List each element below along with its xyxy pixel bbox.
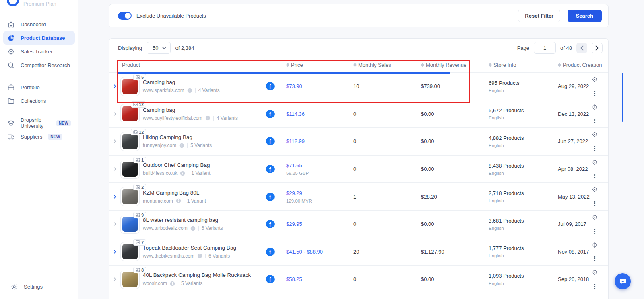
product-name[interactable]: Topeak Backloader Seat Camping Bag bbox=[143, 245, 255, 251]
facebook-icon[interactable] bbox=[266, 137, 275, 145]
track-product-icon[interactable] bbox=[592, 159, 598, 165]
expand-chevron-icon[interactable] bbox=[113, 112, 117, 116]
info-icon[interactable] bbox=[179, 143, 184, 148]
product-image[interactable]: 9 bbox=[120, 215, 140, 234]
product-name[interactable]: KZM Camping Bag 80L bbox=[143, 190, 255, 196]
track-product-icon[interactable] bbox=[592, 269, 598, 275]
kebab-menu-icon[interactable] bbox=[592, 90, 598, 96]
product-image[interactable]: 12 bbox=[120, 104, 140, 123]
sidebar-item-settings[interactable]: Settings bbox=[6, 280, 78, 293]
product-image[interactable]: 7 bbox=[120, 242, 140, 261]
page-number-input[interactable]: 1 bbox=[534, 42, 556, 54]
track-product-icon[interactable] bbox=[592, 186, 598, 193]
product-domain[interactable]: www.buylifestyleofficial.com bbox=[143, 115, 202, 121]
product-domain[interactable]: woosir.com bbox=[143, 281, 167, 286]
product-domain[interactable]: www.turbodealz.com bbox=[143, 225, 188, 231]
expand-chevron-icon[interactable] bbox=[113, 167, 117, 171]
info-icon[interactable] bbox=[190, 226, 196, 231]
prev-page-button[interactable] bbox=[576, 43, 587, 53]
expand-chevron-icon[interactable] bbox=[113, 139, 117, 143]
info-icon[interactable] bbox=[180, 171, 185, 176]
product-name[interactable]: Camping bag bbox=[143, 79, 255, 85]
sidebar-item-suppliers[interactable]: SuppliersNEW bbox=[3, 130, 75, 143]
product-image[interactable]: 5 bbox=[120, 77, 140, 96]
chat-launcher-button[interactable] bbox=[615, 273, 631, 289]
info-icon[interactable] bbox=[187, 88, 192, 93]
search-button[interactable]: Search bbox=[568, 10, 602, 22]
sidebar-item-product-database[interactable]: Product Database bbox=[3, 31, 75, 45]
product-image[interactable]: 8 bbox=[120, 270, 140, 289]
sidebar-item-dropship-university[interactable]: Dropship UniversityNEW bbox=[3, 116, 75, 130]
product-name[interactable]: Outdoor Chef Camping Bag bbox=[143, 162, 255, 168]
product-domain[interactable]: montanic.com bbox=[143, 198, 173, 204]
facebook-icon[interactable] bbox=[266, 275, 275, 283]
product-name[interactable]: Hiking Camping Bag bbox=[143, 134, 255, 140]
expand-chevron-icon[interactable] bbox=[113, 250, 117, 254]
expand-chevron-icon[interactable] bbox=[113, 277, 117, 281]
price-value[interactable]: $58.25 bbox=[286, 276, 349, 282]
facebook-icon[interactable] bbox=[266, 220, 275, 228]
column-header-store-info[interactable]: Store Info bbox=[485, 62, 554, 68]
next-page-button[interactable] bbox=[592, 43, 603, 53]
price-value[interactable]: $29.95 bbox=[286, 221, 349, 227]
facebook-icon[interactable] bbox=[266, 82, 275, 90]
facebook-icon[interactable] bbox=[266, 248, 275, 256]
price-value[interactable]: $73.90 bbox=[286, 83, 349, 89]
product-name[interactable]: Camping bag bbox=[143, 107, 255, 113]
table-scrollbar-thumb[interactable] bbox=[622, 73, 623, 122]
sidebar-item-portfolio[interactable]: Portfolio bbox=[3, 80, 75, 94]
kebab-menu-icon[interactable] bbox=[592, 173, 598, 179]
product-domain[interactable]: www.sparkfuls.com bbox=[143, 88, 184, 93]
product-image[interactable]: 2 bbox=[120, 187, 140, 206]
expand-chevron-icon[interactable] bbox=[113, 195, 117, 199]
product-image[interactable]: 1 bbox=[120, 160, 140, 179]
price-value[interactable]: $112.99 bbox=[286, 138, 349, 144]
sidebar-item-dashboard[interactable]: Dashboard bbox=[3, 17, 75, 31]
track-product-icon[interactable] bbox=[592, 214, 598, 220]
price-value[interactable]: $41.50 - $88.90 bbox=[286, 249, 349, 255]
kebab-menu-icon[interactable] bbox=[592, 201, 598, 207]
price-value[interactable]: $71.65 bbox=[286, 162, 349, 168]
new-badge: NEW bbox=[56, 120, 71, 126]
product-domain[interactable]: funnyenjoy.com bbox=[143, 143, 176, 148]
kebab-menu-icon[interactable] bbox=[592, 256, 598, 262]
kebab-menu-icon[interactable] bbox=[592, 283, 598, 289]
expand-chevron-icon[interactable] bbox=[113, 222, 117, 226]
table-row: 5 Camping bag www.sparkfuls.com 4 Varian… bbox=[109, 73, 608, 100]
facebook-icon[interactable] bbox=[266, 165, 275, 173]
kebab-menu-icon[interactable] bbox=[592, 118, 598, 124]
column-header-monthly-revenue[interactable]: Monthly Revenue bbox=[417, 62, 485, 68]
column-header-price[interactable]: Price bbox=[282, 62, 349, 68]
price-value[interactable]: $29.29 bbox=[286, 190, 349, 196]
column-header-product-creation[interactable]: Product Creation bbox=[554, 62, 601, 68]
track-product-icon[interactable] bbox=[592, 104, 598, 110]
expand-chevron-icon[interactable] bbox=[113, 84, 117, 88]
product-domain[interactable]: www.thebikesmiths.com bbox=[143, 253, 194, 259]
product-name[interactable]: 8L water resistant camping bag bbox=[143, 217, 255, 223]
info-icon[interactable] bbox=[197, 253, 202, 258]
price-value[interactable]: $114.36 bbox=[286, 111, 349, 117]
info-icon[interactable] bbox=[170, 281, 175, 286]
sidebar-item-sales-tracker[interactable]: Sales Tracker bbox=[3, 45, 75, 58]
track-product-icon[interactable] bbox=[592, 131, 598, 137]
facebook-icon[interactable] bbox=[266, 193, 275, 201]
reset-filter-button[interactable]: Reset Filter bbox=[518, 10, 560, 22]
track-product-icon[interactable] bbox=[592, 76, 598, 82]
info-icon[interactable] bbox=[176, 198, 181, 203]
store-language: English bbox=[489, 143, 554, 148]
product-domain[interactable]: build4less.co.uk bbox=[143, 170, 177, 176]
sidebar-item-collections[interactable]: Collections bbox=[3, 94, 75, 108]
column-header-monthly-sales[interactable]: Monthly Sales bbox=[349, 62, 417, 68]
info-icon[interactable] bbox=[205, 115, 211, 121]
kebab-menu-icon[interactable] bbox=[592, 145, 598, 152]
page-size-select[interactable]: 50 bbox=[147, 42, 171, 54]
product-creation-date: Jul 09, 2017 bbox=[554, 221, 588, 227]
product-image[interactable]: 12 bbox=[120, 132, 140, 151]
facebook-icon[interactable] bbox=[266, 110, 275, 118]
column-header-product[interactable]: Product bbox=[109, 62, 282, 68]
sidebar-item-competitor-research[interactable]: Competitor Research bbox=[3, 58, 75, 72]
kebab-menu-icon[interactable] bbox=[592, 228, 598, 234]
track-product-icon[interactable] bbox=[592, 242, 598, 248]
product-name[interactable]: 40L Backpack Camping Bag Molle Rucksack bbox=[143, 272, 255, 278]
exclude-unavailable-toggle[interactable] bbox=[118, 12, 132, 20]
